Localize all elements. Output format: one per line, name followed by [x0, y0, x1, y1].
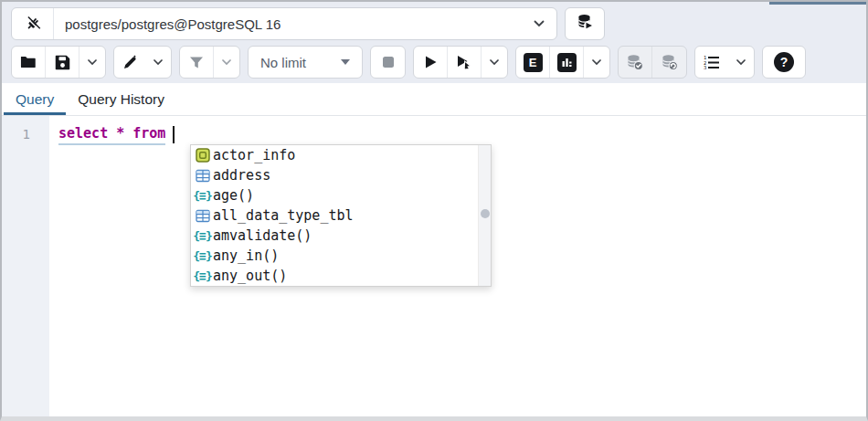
code-line-1[interactable]: select * from [49, 124, 866, 144]
autocomplete-popup: actor_infoaddress{≡}age()all_data_type_t… [190, 144, 492, 287]
autocomplete-item-label: address [213, 167, 270, 184]
autocomplete-item-label: age() [213, 187, 254, 204]
commit-icon [626, 54, 644, 71]
function-icon: {≡} [195, 188, 210, 204]
open-file-button[interactable] [12, 47, 46, 78]
autocomplete-item[interactable]: actor_info [191, 145, 478, 165]
macros-list-icon: 1 2 3 [704, 55, 720, 69]
chevron-down-icon [534, 20, 556, 27]
explain-analyze-button[interactable] [550, 47, 584, 78]
sql-keyword: select [58, 125, 108, 142]
editor-gutter: 1 [2, 116, 49, 416]
help-icon: ? [774, 52, 794, 72]
tab-query-history[interactable]: Query History [66, 83, 176, 115]
macros-button-group: 1 2 3 [694, 46, 755, 79]
help-button-group: ? [762, 46, 806, 79]
connection-label: postgres/postgres@PostgreSQL 16 [54, 16, 534, 32]
autocomplete-item[interactable]: address [191, 165, 478, 185]
sql-star-operator: * [116, 125, 124, 142]
macros-chevron[interactable] [728, 47, 754, 78]
autocomplete-item-label: any_out() [213, 268, 287, 284]
autocomplete-item[interactable]: {≡}age() [191, 185, 478, 205]
execute-options-button[interactable] [482, 47, 507, 78]
function-icon: {≡} [195, 228, 210, 244]
explain-analyze-chart-icon [557, 53, 577, 72]
editor-tabbar: Query Query History [2, 83, 866, 116]
chevron-down-icon [153, 59, 163, 66]
help-button[interactable]: ? [763, 47, 805, 78]
filter-button-group [179, 46, 240, 79]
edit-pencil-icon [122, 55, 138, 70]
tab-query-history-label: Query History [78, 91, 164, 108]
edit-menu-button[interactable] [114, 47, 145, 78]
connection-select[interactable]: postgres/postgres@PostgreSQL 16 [11, 7, 557, 40]
cancel-query-group [370, 46, 406, 79]
panel-edge-accent [769, 2, 866, 5]
filter-options-button[interactable] [214, 47, 239, 78]
edit-menu-chevron[interactable] [145, 47, 171, 78]
autocomplete-item[interactable]: {≡}any_out() [191, 266, 478, 286]
row-limit-select[interactable]: No limit [248, 46, 363, 79]
chevron-down-icon [490, 59, 499, 66]
row-limit-value: No limit [260, 55, 306, 70]
connection-row: postgres/postgres@PostgreSQL 16 [11, 7, 857, 40]
execute-to-cursor-icon [456, 55, 472, 70]
explain-icon: E [524, 53, 543, 72]
explain-button[interactable]: E [516, 47, 550, 78]
table-icon [195, 208, 210, 224]
filter-icon [189, 56, 204, 69]
line-number: 1 [2, 124, 49, 144]
file-button-group [11, 46, 106, 79]
stop-icon [382, 56, 395, 68]
new-connection-button[interactable] [565, 7, 605, 40]
view-icon [195, 148, 210, 163]
autocomplete-scrollbar[interactable] [478, 145, 491, 286]
explain-options-button[interactable] [584, 47, 609, 78]
execute-play-icon [424, 55, 438, 69]
chevron-down-icon [736, 59, 746, 66]
transaction-button-group [618, 46, 687, 79]
database-new-connection-icon [576, 13, 594, 35]
query-tool-window: postgres/postgres@PostgreSQL 16 [0, 0, 868, 421]
sql-editor[interactable]: 1 select * from actor_infoaddress{≡}age(… [2, 116, 866, 416]
open-file-icon [20, 55, 37, 69]
plug-disconnected-icon [12, 8, 54, 39]
execute-script-button[interactable] [414, 47, 448, 78]
text-cursor [173, 126, 175, 143]
macros-button[interactable]: 1 2 3 [695, 47, 728, 78]
execute-button-group [413, 46, 508, 79]
save-options-button[interactable] [79, 47, 105, 78]
autocomplete-item-label: any_in() [213, 247, 279, 264]
query-toolbar: No limit [11, 46, 857, 79]
table-icon [195, 168, 210, 184]
rollback-button[interactable] [652, 47, 686, 78]
query-tool-header: postgres/postgres@PostgreSQL 16 [2, 2, 866, 83]
save-file-button[interactable] [46, 47, 79, 78]
autocomplete-item[interactable]: all_data_type_tbl [191, 205, 478, 226]
svg-text:3: 3 [704, 65, 706, 69]
select-arrow-icon [341, 59, 350, 65]
sql-statement: select * from [58, 123, 165, 145]
autocomplete-item-label: all_data_type_tbl [213, 207, 354, 224]
chevron-down-icon [88, 59, 97, 66]
cancel-query-button[interactable] [371, 47, 405, 78]
scrollbar-thumb[interactable] [481, 209, 490, 218]
autocomplete-item-label: actor_info [213, 147, 295, 163]
edit-button-group [113, 46, 172, 79]
tab-query-label: Query [16, 91, 54, 108]
commit-button[interactable] [619, 47, 652, 78]
tab-query[interactable]: Query [4, 83, 66, 115]
autocomplete-item[interactable]: {≡}amvalidate() [191, 226, 478, 246]
function-icon: {≡} [195, 268, 210, 284]
function-icon: {≡} [195, 248, 210, 264]
code-area[interactable]: select * from actor_infoaddress{≡}age()a… [49, 116, 866, 416]
filter-button[interactable] [180, 47, 214, 78]
rollback-icon [661, 54, 679, 71]
save-file-icon [55, 55, 70, 70]
autocomplete-list: actor_infoaddress{≡}age()all_data_type_t… [191, 145, 478, 286]
autocomplete-item-label: amvalidate() [213, 227, 312, 244]
chevron-down-icon [592, 59, 601, 66]
autocomplete-item[interactable]: {≡}any_in() [191, 246, 478, 266]
chevron-down-icon [222, 59, 231, 66]
execute-query-button[interactable] [448, 47, 482, 78]
